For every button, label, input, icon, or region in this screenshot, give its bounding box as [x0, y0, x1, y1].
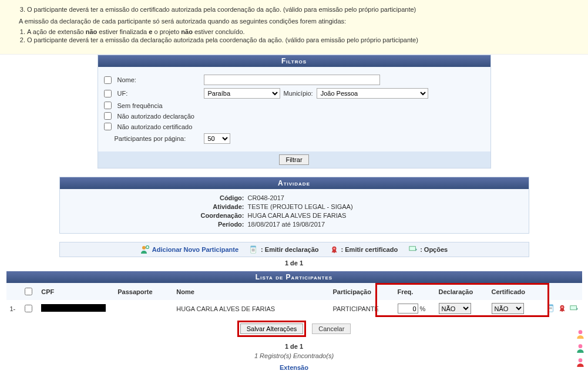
notice-bottom-item-2: O participante deverá ter a emissão da d…	[27, 36, 576, 43]
side-user-orange-icon[interactable]	[575, 329, 586, 339]
side-icons	[575, 329, 586, 368]
notice-bottom-list: A ação de extensão não estiver finalizad…	[27, 28, 576, 43]
notice-box: O participante deverá ter a emissão do c…	[0, 0, 588, 55]
ribbon-icon	[330, 245, 339, 254]
filter-uf-label[interactable]: UF:	[104, 90, 204, 97]
filter-municipio-label: Município:	[284, 90, 313, 97]
buttons-row: Salvar Alterações Cancelar	[0, 317, 588, 341]
th-nome: Nome	[173, 283, 329, 300]
th-passaporte: Passaporte	[114, 283, 173, 300]
atividade-title: Atividade	[60, 177, 529, 189]
filtros-title: Filtros	[98, 55, 490, 67]
row-nome: HUGA CARLA ALVES DE FARIAS	[173, 300, 329, 317]
select-all-checkbox[interactable]	[25, 288, 32, 295]
row-document-icon[interactable]	[546, 304, 556, 313]
notice-top-item: O participante deverá ter a emissão do c…	[27, 6, 576, 13]
participants-table: CPF Passaporte Nome Participação Freq. D…	[6, 283, 582, 317]
th-actions	[541, 283, 582, 300]
row-cpf	[38, 300, 114, 317]
th-checkbox[interactable]	[19, 283, 38, 300]
list-section: Lista de Participantes CPF Passaporte No…	[6, 271, 582, 317]
row-options-icon[interactable]	[569, 304, 579, 314]
filter-naocert-text: Não autorizado certificado	[117, 123, 193, 130]
row-checkbox[interactable]	[25, 305, 32, 312]
row-ribbon-icon[interactable]	[557, 304, 567, 313]
pager-top: 1 de 1	[0, 259, 588, 267]
pager-bottom: 1 de 1	[0, 343, 588, 350]
filter-nome-input[interactable]	[204, 75, 380, 85]
svg-point-19	[579, 358, 583, 362]
svg-rect-9	[409, 247, 416, 251]
cancel-button[interactable]: Cancelar	[312, 323, 351, 334]
table-row: 1- HUGA CARLA ALVES DE FARIAS PARTICIPAN…	[6, 300, 582, 317]
periodo-value: 18/08/2017 até 19/08/2017	[248, 221, 523, 228]
filter-button[interactable]: Filtrar	[279, 154, 308, 165]
th-declaracao: Declaração	[435, 283, 488, 300]
codigo-value: CR048-2017	[248, 194, 523, 201]
filter-uf-checkbox[interactable]	[104, 90, 112, 97]
legend-bar: Adicionar Novo Participante : Emitir dec…	[59, 242, 529, 257]
filter-nome-text: Nome:	[117, 76, 136, 83]
svg-rect-16	[570, 305, 576, 309]
coordenacao-value: HUGA CARLA ALVES DE FARIAS	[248, 212, 523, 219]
filter-nome-label[interactable]: Nome:	[104, 76, 204, 84]
row-freq-suffix: %	[420, 305, 426, 312]
row-passaporte	[114, 300, 173, 317]
side-user-red-icon[interactable]	[575, 357, 586, 368]
th-cpf: CPF	[38, 283, 114, 300]
emitir-declaracao-label: : Emitir declaração	[261, 246, 318, 253]
filter-uf-select[interactable]: Paraíba	[204, 88, 280, 99]
notice-intro2: A emissão da declaração de cada particip…	[19, 18, 576, 25]
svg-point-17	[579, 330, 583, 334]
highlight-box-save: Salvar Alterações	[237, 321, 307, 337]
filter-naodecl-text: Não autorizado declaração	[117, 113, 194, 120]
user-add-icon	[140, 245, 150, 254]
row-participacao: PARTICIPANTE	[330, 300, 394, 317]
svg-point-18	[579, 344, 583, 348]
filter-naocert-label[interactable]: Não autorizado certificado	[104, 123, 193, 130]
atividade-section: Atividade Código:CR048-2017 Atividade:TE…	[59, 177, 529, 234]
filter-perpage-label: Participantes por página:	[104, 135, 204, 142]
atividade-label: Atividade:	[66, 203, 248, 210]
row-freq-input[interactable]	[398, 304, 418, 314]
cpf-redacted	[41, 304, 106, 312]
notice-top-list: O participante deverá ter a emissão do c…	[27, 6, 576, 13]
svg-point-15	[562, 306, 564, 308]
document-icon	[249, 245, 258, 254]
filter-uf-text: UF:	[117, 90, 128, 97]
side-user-green-icon[interactable]	[575, 343, 586, 353]
th-certificado: Certificado	[488, 283, 541, 300]
svg-rect-3	[251, 246, 256, 248]
filtros-section: Filtros Nome: UF: Paraíba Município:	[98, 55, 491, 168]
row-declaracao-select[interactable]: NÃO	[439, 303, 471, 314]
records-found: 1 Registro(s) Encontrado(s)	[0, 352, 588, 359]
coordenacao-label: Coordenação:	[66, 212, 248, 219]
save-button[interactable]: Salvar Alterações	[240, 323, 304, 334]
opcoes-label: : Opções	[420, 246, 448, 253]
row-certificado-select[interactable]: NÃO	[492, 303, 524, 314]
notice-bottom-item-1: A ação de extensão não estiver finalizad…	[27, 28, 576, 35]
svg-point-0	[142, 246, 146, 250]
filter-semfreq-label[interactable]: Sem frequência	[104, 102, 163, 109]
filter-naodecl-checkbox[interactable]	[104, 112, 112, 120]
atividade-value: TESTE (PROJETO LEGAL - SIGAA)	[248, 203, 523, 210]
th-freq: Freq.	[394, 283, 435, 300]
add-participant-link[interactable]: Adicionar Novo Participante	[152, 246, 238, 253]
options-icon	[408, 245, 418, 254]
filter-semfreq-checkbox[interactable]	[104, 102, 112, 109]
svg-rect-11	[548, 304, 553, 306]
svg-point-8	[333, 248, 335, 250]
list-title: Lista de Participantes	[6, 271, 582, 283]
periodo-label: Período:	[66, 221, 248, 228]
filter-naocert-checkbox[interactable]	[104, 123, 112, 130]
filter-naodecl-label[interactable]: Não autorizado declaração	[104, 112, 194, 120]
filter-semfreq-text: Sem frequência	[117, 102, 163, 109]
filter-municipio-select[interactable]: João Pessoa	[317, 88, 428, 99]
extensao-link[interactable]: Extensão	[280, 364, 308, 371]
row-index: 1-	[6, 300, 19, 317]
th-participacao: Participação	[330, 283, 394, 300]
filter-perpage-select[interactable]: 50	[204, 133, 230, 144]
codigo-label: Código:	[66, 194, 248, 201]
emitir-certificado-label: : Emitir certificado	[341, 246, 398, 253]
filter-nome-checkbox[interactable]	[104, 76, 112, 84]
